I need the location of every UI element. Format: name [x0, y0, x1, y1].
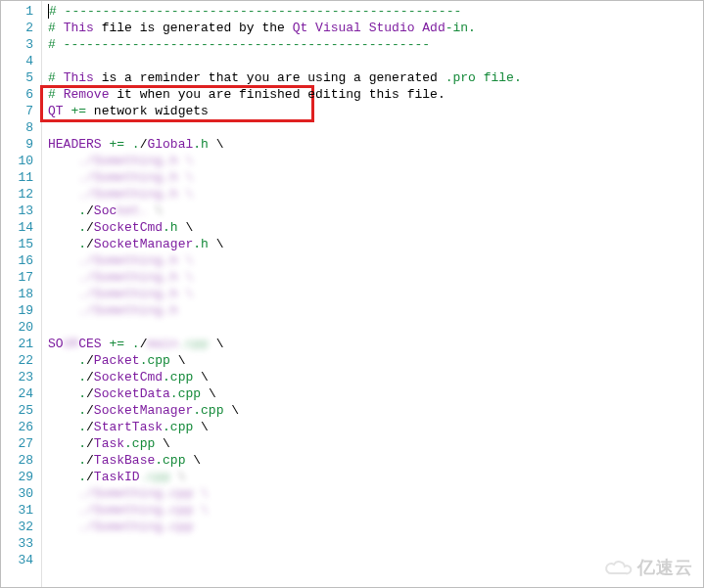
- code-line[interactable]: ./Something.h \: [48, 153, 703, 169]
- code-line[interactable]: ./SocketCmd.h \: [48, 219, 703, 236]
- code-token: ./Something.cpp: [48, 520, 193, 534]
- line-number: 29: [1, 469, 41, 485]
- code-token: SocketCmd: [94, 370, 163, 384]
- code-line[interactable]: ./Task.cpp \: [48, 435, 703, 452]
- code-token: /: [86, 386, 94, 401]
- line-number: 27: [1, 435, 41, 452]
- watermark: 亿速云: [604, 556, 693, 579]
- code-line[interactable]: [48, 535, 703, 552]
- line-number: 19: [1, 302, 41, 319]
- code-token: .: [132, 337, 140, 351]
- code-line[interactable]: ./SocketManager.cpp \: [48, 402, 703, 419]
- code-line[interactable]: [48, 319, 703, 336]
- code-line[interactable]: ./Something.cpp \: [48, 485, 703, 502]
- code-line[interactable]: QT += network widgets: [48, 103, 703, 119]
- code-token: /: [86, 470, 94, 484]
- code-token: .h: [193, 137, 209, 152]
- code-line[interactable]: ./Something.cpp \: [48, 502, 703, 519]
- code-line[interactable]: ./Packet.cpp \: [48, 352, 703, 369]
- code-line[interactable]: ./Socket. \: [48, 203, 703, 219]
- code-token: .cpp: [193, 403, 223, 418]
- line-number: 20: [1, 319, 41, 336]
- code-lines[interactable]: # --------------------------------------…: [42, 1, 703, 587]
- code-token: .: [78, 453, 86, 468]
- code-token: [56, 70, 64, 85]
- code-line[interactable]: ./Something.cpp: [48, 519, 703, 535]
- line-number: 7: [1, 103, 41, 119]
- code-token: #: [49, 4, 65, 19]
- code-line[interactable]: ./Something.h \: [48, 252, 703, 269]
- code-token: .cpp: [163, 420, 193, 434]
- code-token: .: [78, 386, 86, 401]
- code-token: This: [64, 70, 94, 85]
- code-token: SocketCmd: [94, 220, 163, 235]
- code-token: /: [86, 204, 94, 218]
- line-number: 3: [1, 36, 41, 53]
- code-token: \: [178, 220, 194, 235]
- line-number: 16: [1, 252, 41, 269]
- code-token: .h: [193, 237, 209, 251]
- code-token: .cpp: [178, 337, 209, 351]
- code-line[interactable]: SOURCES += ./main.cpp \: [48, 336, 703, 352]
- code-line[interactable]: [48, 53, 703, 69]
- code-token: [48, 353, 78, 368]
- code-token: StartTask: [94, 420, 163, 434]
- code-token: /: [86, 420, 94, 434]
- code-token: [124, 137, 132, 152]
- line-number: 13: [1, 203, 41, 219]
- code-token: .: [78, 470, 86, 484]
- code-token: network widgets: [86, 104, 209, 118]
- code-token: \: [185, 453, 201, 468]
- code-token: ./Something.h \: [48, 287, 193, 301]
- code-line[interactable]: ./TaskID.cpp \: [48, 469, 703, 485]
- code-editor[interactable]: 1234567891011121314151617181920212223242…: [0, 0, 704, 588]
- code-line[interactable]: ./Something.h \: [48, 269, 703, 286]
- code-token: ----------------------------------------…: [65, 4, 462, 19]
- code-line[interactable]: ./Something.h \: [48, 186, 703, 203]
- code-token: SocketData: [94, 386, 170, 401]
- code-line[interactable]: ./Something.h: [48, 302, 703, 319]
- code-token: \: [209, 337, 224, 351]
- code-line[interactable]: # Remove it when you are finished editin…: [48, 86, 703, 103]
- code-token: CES: [78, 337, 101, 351]
- code-line[interactable]: ./TaskBase.cpp \: [48, 452, 703, 469]
- line-number: 11: [1, 169, 41, 186]
- line-number: 32: [1, 519, 41, 535]
- code-line[interactable]: ./SocketManager.h \: [48, 236, 703, 252]
- code-token: ./Something.h \: [48, 154, 193, 168]
- code-token: /: [86, 436, 94, 451]
- line-number: 30: [1, 485, 41, 502]
- code-token: HEADERS: [48, 137, 102, 152]
- code-line[interactable]: ./Something.h \: [48, 286, 703, 302]
- code-token: Global: [147, 137, 193, 152]
- code-line[interactable]: # --------------------------------------…: [48, 3, 703, 20]
- code-token: [124, 337, 132, 351]
- code-token: #: [48, 87, 56, 102]
- watermark-text: 亿速云: [637, 556, 693, 579]
- code-line[interactable]: # This file is generated by the Qt Visua…: [48, 20, 703, 36]
- code-token: \: [170, 353, 186, 368]
- line-number: 9: [1, 136, 41, 153]
- line-number: 4: [1, 53, 41, 69]
- code-line[interactable]: [48, 119, 703, 136]
- code-line[interactable]: ./SocketCmd.cpp \: [48, 369, 703, 385]
- code-line[interactable]: ./SocketData.cpp \: [48, 385, 703, 402]
- code-token: SocketManager: [94, 403, 193, 418]
- code-token: .h: [163, 220, 178, 235]
- code-line[interactable]: ./StartTask.cpp \: [48, 419, 703, 435]
- code-token: /: [86, 237, 94, 251]
- code-token: #: [48, 21, 56, 35]
- code-token: ./Something.h: [48, 303, 178, 318]
- line-number: 21: [1, 336, 41, 352]
- code-token: ./Something.h \: [48, 170, 193, 185]
- code-token: [56, 87, 64, 102]
- code-token: .cpp: [170, 386, 201, 401]
- code-line[interactable]: # --------------------------------------…: [48, 36, 703, 53]
- code-line[interactable]: # This is a reminder that you are using …: [48, 69, 703, 86]
- code-token: .: [78, 353, 86, 368]
- line-number: 1: [1, 3, 41, 20]
- code-line[interactable]: ./Something.h \: [48, 169, 703, 186]
- line-number: 17: [1, 269, 41, 286]
- code-token: QT: [48, 104, 64, 118]
- code-line[interactable]: HEADERS += ./Global.h \: [48, 136, 703, 153]
